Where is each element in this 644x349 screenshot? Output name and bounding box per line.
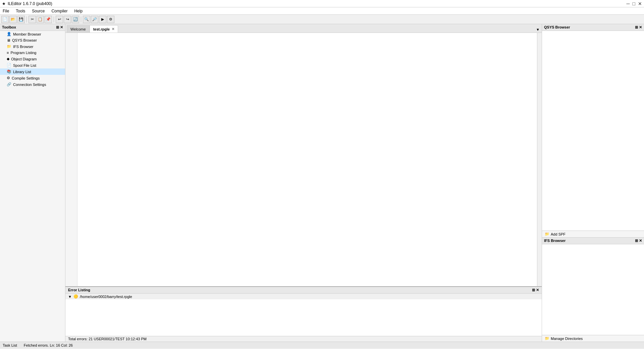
maximize-button[interactable]: □ [633,1,635,6]
app-title: ILEditor 1.6.7.0 (pub400) [8,1,52,6]
qsys-browser-header: QSYS Browser ⊞ ✕ [542,24,644,31]
toolbox-member-browser[interactable]: 👤 Member Browser [0,31,65,37]
titlebar: ★ ILEditor 1.6.7.0 (pub400) ─ □ ✕ [0,0,644,7]
manage-dirs-icon: 📁 [545,336,549,341]
ifs-tree [542,244,644,335]
compile-settings-label: Compile Settings [12,76,40,80]
connection-settings-label: Connection Settings [13,83,46,87]
compile-settings-icon: ⚙ [7,76,10,80]
line-numbers [65,33,77,286]
menu-source[interactable]: Source [31,8,46,14]
new-button[interactable]: 📄 [1,16,9,23]
error-status: Total errors: 21 USER00021/TEST 10:12:43… [65,336,542,342]
titlebar-controls: ─ □ ✕ [627,1,642,6]
toolbox-compile-settings[interactable]: ⚙ Compile Settings [0,75,65,81]
open-button[interactable]: 📂 [9,16,17,23]
undo-button[interactable]: ↩ [56,16,63,23]
tab-test-rpgle-close[interactable]: ✕ [112,27,114,31]
spool-file-label: Spool File List [13,63,36,67]
menu-tools[interactable]: Tools [14,8,26,14]
toolbox-connection-settings[interactable]: 🔗 Connection Settings [0,81,65,88]
tab-welcome-label: Welcome [70,27,86,31]
statusbar: Task List Fetched errors. Ln: 16 Col: 26 [0,342,644,348]
editor-wrapper [65,33,542,286]
editor-overflow-menu[interactable]: ▼ [534,27,542,33]
ifs-browser-icon: 📁 [7,44,11,49]
menu-file[interactable]: File [1,8,10,14]
toolbox-spool-file-list[interactable]: 📄 Spool File List [0,62,65,68]
redo-button[interactable]: ↪ [64,16,71,23]
tab-test-rpgle-label: test.rpgle [93,27,110,31]
error-file-row: ▼ 🟡 /home/user0002/barry/test.rpgle [65,294,542,299]
editor-container: Welcome test.rpgle ✕ ▼ Error Listing ⊞ ✕ [65,24,542,342]
add-spf-label: Add SPF [551,232,566,236]
editor-scrollbar[interactable] [537,33,542,286]
toolbox-program-listing[interactable]: ≡ Program Listing [0,50,65,56]
error-panel: Error Listing ⊞ ✕ ▼ 🟡 /home/user0002/bar… [65,286,542,342]
object-diagram-label: Object Diagram [11,57,37,61]
toolbar-sep-3 [81,16,81,22]
ifs-browser-title: IFS Browser [544,239,566,243]
toolbar-sep-2 [54,16,54,22]
titlebar-left: ★ ILEditor 1.6.7.0 (pub400) [2,1,52,6]
manage-directories-button[interactable]: 📁 Manage Directories [542,335,644,342]
ifs-browser-controls[interactable]: ⊞ ✕ [635,239,642,243]
toolbox-title: Toolbox [2,25,16,30]
qsys-browser-controls[interactable]: ⊞ ✕ [635,25,642,30]
minimize-button[interactable]: ─ [627,1,630,6]
ifs-browser-label: IFS Browser [13,45,34,49]
toolbar-sep-1 [26,16,27,22]
main-layout: Toolbox ⊞ ✕ 👤 Member Browser 🖥 QSYS Brow… [0,24,644,342]
error-file-expand[interactable]: ▼ [68,295,72,299]
menu-help[interactable]: Help [73,8,84,14]
right-panels: QSYS Browser ⊞ ✕ 📁 Add SPF IFS Browser ⊞… [542,24,644,342]
program-listing-icon: ≡ [7,51,9,55]
compile-button[interactable]: ▶ [99,16,106,23]
menu-compiler[interactable]: Compiler [50,8,69,14]
statusbar-left: Task List [3,343,17,347]
qsys-browser-title: QSYS Browser [544,25,570,30]
code-editor[interactable] [77,33,537,286]
toolbox-object-diagram[interactable]: ◆ Object Diagram [0,56,65,62]
toolbox-panel: Toolbox ⊞ ✕ 👤 Member Browser 🖥 QSYS Brow… [0,24,65,342]
tab-welcome[interactable]: Welcome [67,25,90,33]
member-browser-icon: 👤 [7,32,11,36]
program-listing-label: Program Listing [10,51,36,55]
qsys-browser-icon: 🖥 [7,38,10,42]
library-list-icon: 📚 [7,69,11,74]
save-button[interactable]: 💾 [17,16,25,23]
tab-test-rpgle[interactable]: test.rpgle ✕ [90,25,118,33]
object-diagram-icon: ◆ [7,57,9,61]
library-list-label: Library List [13,70,31,74]
refresh-button[interactable]: 🔄 [72,16,79,23]
ifs-browser-panel: IFS Browser ⊞ ✕ 📁 Manage Directories [542,238,644,342]
error-file-path: /home/user0002/barry/test.rpgle [80,295,132,299]
toolbox-qsys-browser[interactable]: 🖥 QSYS Browser [0,37,65,43]
qsys-browser-label: QSYS Browser [12,38,37,42]
error-panel-controls[interactable]: ⊞ ✕ [532,288,539,292]
menubar: File Tools Source Compiler Help [0,7,644,15]
toolbox-library-list[interactable]: 📚 Library List [0,68,65,75]
spool-file-icon: 📄 [7,63,11,67]
settings-button[interactable]: ⚙ [107,16,114,23]
add-spf-button[interactable]: 📁 Add SPF [542,231,644,237]
zoom-out-button[interactable]: 🔎 [91,16,98,23]
tabs-bar: Welcome test.rpgle ✕ ▼ [65,24,542,33]
qsys-tree [542,31,644,231]
add-spf-icon: 📁 [545,232,549,236]
paste-button[interactable]: 📌 [45,16,52,23]
error-panel-header: Error Listing ⊞ ✕ [65,287,542,294]
cut-button[interactable]: ✂ [29,16,36,23]
copy-button[interactable]: 📋 [37,16,44,23]
ifs-browser-header: IFS Browser ⊞ ✕ [542,238,644,244]
toolbox-ifs-browser[interactable]: 📁 IFS Browser [0,43,65,50]
close-button[interactable]: ✕ [638,1,642,6]
app-icon: ★ [2,1,6,6]
zoom-in-button[interactable]: 🔍 [83,16,90,23]
toolbox-header: Toolbox ⊞ ✕ [0,24,65,31]
toolbox-controls[interactable]: ⊞ ✕ [56,25,63,30]
qsys-browser-panel: QSYS Browser ⊞ ✕ 📁 Add SPF [542,24,644,238]
error-status-text: Total errors: 21 USER00021/TEST 10:12:43… [68,337,147,341]
error-file-icon: 🟡 [73,294,78,299]
statusbar-right: Fetched errors. Ln: 16 Col: 26 [24,343,73,347]
